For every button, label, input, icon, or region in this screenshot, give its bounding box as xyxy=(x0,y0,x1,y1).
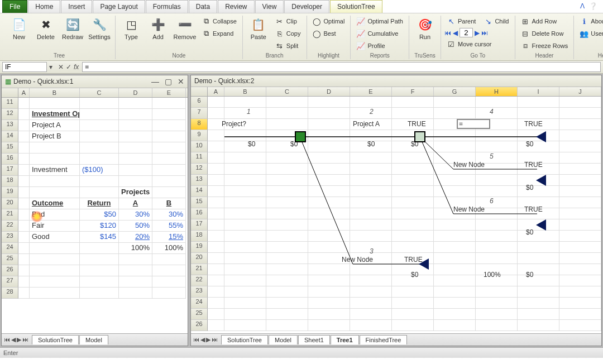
col-header[interactable]: E xyxy=(350,87,392,96)
col-header[interactable]: B xyxy=(30,88,80,97)
cell[interactable] xyxy=(18,142,30,154)
cell[interactable] xyxy=(80,120,119,131)
row-header[interactable]: 14 xyxy=(2,131,18,142)
cell[interactable]: 30% xyxy=(152,209,186,221)
close-icon[interactable]: ✕ xyxy=(178,77,184,86)
copy-button[interactable]: ⎘Copy xyxy=(273,28,303,39)
fx-icon[interactable]: fx xyxy=(74,63,79,71)
cell[interactable] xyxy=(18,276,30,288)
cell[interactable]: 100% xyxy=(119,243,152,254)
sheet-tab[interactable]: SolutionTree xyxy=(221,335,268,344)
clip-button[interactable]: ✂Clip xyxy=(273,16,303,27)
cell[interactable] xyxy=(18,176,30,187)
col-header[interactable]: D xyxy=(119,88,152,97)
cell[interactable] xyxy=(152,187,186,198)
col-header[interactable]: J xyxy=(559,87,601,96)
cell[interactable] xyxy=(152,254,186,265)
nav-prev-icon[interactable]: ◀ xyxy=(453,29,458,37)
nav-last-icon[interactable]: ⏭ xyxy=(481,29,488,37)
cell[interactable]: A xyxy=(119,198,152,209)
row-header[interactable]: 17 xyxy=(2,165,18,176)
nav-next-icon[interactable]: ▶ xyxy=(475,29,480,37)
sheet-nav-next-icon[interactable]: ▶ xyxy=(17,336,21,343)
expand-button[interactable]: ⧉Expand xyxy=(199,28,239,39)
cell[interactable] xyxy=(30,98,80,109)
profile-button[interactable]: 📈Profile xyxy=(354,40,405,51)
cell[interactable] xyxy=(30,154,80,165)
row-header[interactable]: 27 xyxy=(2,276,18,288)
cell[interactable] xyxy=(18,187,30,198)
cancel-formula-icon[interactable]: ✕ xyxy=(58,63,64,71)
split-button[interactable]: ⇆Split xyxy=(273,40,303,51)
cell[interactable] xyxy=(18,288,30,299)
cell[interactable] xyxy=(152,154,186,165)
cell[interactable] xyxy=(30,187,80,198)
nav-first-icon[interactable]: ⏮ xyxy=(444,29,451,37)
cell[interactable] xyxy=(18,109,30,120)
chance-node[interactable] xyxy=(414,131,425,142)
cell[interactable]: $120 xyxy=(80,221,119,232)
about-button[interactable]: ℹAbout ▾ xyxy=(577,16,603,27)
cell[interactable] xyxy=(30,288,80,299)
col-header[interactable]: A xyxy=(208,87,224,96)
cell[interactable]: Investment Options xyxy=(30,109,80,120)
cell[interactable] xyxy=(152,288,186,299)
sheet-nav-first-icon[interactable]: ⏮ xyxy=(4,336,10,343)
cell[interactable] xyxy=(18,120,30,131)
editing-cell[interactable]: = xyxy=(457,119,490,129)
cell[interactable]: 55% xyxy=(152,221,186,232)
cell[interactable] xyxy=(119,142,152,154)
delete-button[interactable]: ✖Delete xyxy=(34,16,58,41)
child-button[interactable]: ↘Child xyxy=(481,16,511,27)
cell[interactable]: B xyxy=(152,198,186,209)
tab-data[interactable]: Data xyxy=(189,0,217,13)
col-header[interactable]: D xyxy=(308,87,350,96)
cell[interactable]: Return xyxy=(80,198,119,209)
cell[interactable]: 20% xyxy=(119,232,152,243)
cell[interactable] xyxy=(18,265,30,276)
paste-button[interactable]: 📋Paste xyxy=(246,16,271,41)
cell[interactable]: 15% xyxy=(152,232,186,243)
remove-button[interactable]: ➖Remove xyxy=(173,16,197,41)
cell[interactable] xyxy=(152,109,186,120)
sheet-nav-prev-icon[interactable]: ◀ xyxy=(200,336,205,343)
sheet-tab[interactable]: FinishedTree xyxy=(360,335,408,344)
move-cursor-check[interactable]: ☑Move cursor xyxy=(444,39,511,50)
cell[interactable] xyxy=(80,288,119,299)
sheet-tab[interactable]: Model xyxy=(269,335,298,344)
sheet-nav-next-icon[interactable]: ▶ xyxy=(206,336,210,343)
goto-number-input[interactable] xyxy=(460,28,473,37)
cell[interactable]: $50 xyxy=(80,209,119,221)
cell[interactable] xyxy=(152,131,186,142)
cell[interactable] xyxy=(30,276,80,288)
cell[interactable] xyxy=(119,254,152,265)
cell[interactable]: Investment xyxy=(30,165,80,176)
add-row-button[interactable]: ⊞Add Row xyxy=(519,16,571,27)
col-header[interactable]: E xyxy=(152,88,186,97)
sheet-tab[interactable]: Tree1 xyxy=(331,335,359,344)
col-header[interactable]: F xyxy=(392,87,434,96)
cell[interactable] xyxy=(80,276,119,288)
cell[interactable]: ($100) xyxy=(80,165,119,176)
row-header[interactable]: 24 xyxy=(2,243,18,254)
tab-home[interactable]: Home xyxy=(28,0,60,13)
tab-review[interactable]: Review xyxy=(218,0,254,13)
row-header[interactable]: 20 xyxy=(2,198,18,209)
col-header[interactable]: B xyxy=(224,87,266,96)
ribbon-minimize-icon[interactable]: ᐱ xyxy=(580,2,585,11)
cell[interactable] xyxy=(30,265,80,276)
cell[interactable]: $145 xyxy=(80,232,119,243)
cell[interactable]: Projects xyxy=(119,187,152,198)
cell[interactable] xyxy=(80,98,119,109)
parent-button[interactable]: ↖Parent xyxy=(444,16,478,27)
cell[interactable] xyxy=(152,120,186,131)
cell[interactable] xyxy=(18,131,30,142)
cell[interactable] xyxy=(18,165,30,176)
cell[interactable] xyxy=(119,276,152,288)
cell[interactable] xyxy=(80,265,119,276)
cell[interactable] xyxy=(80,176,119,187)
tab-insert[interactable]: Insert xyxy=(61,0,92,13)
run-button[interactable]: 🎯Run xyxy=(413,16,437,41)
cell[interactable] xyxy=(80,187,119,198)
cell[interactable] xyxy=(119,109,152,120)
